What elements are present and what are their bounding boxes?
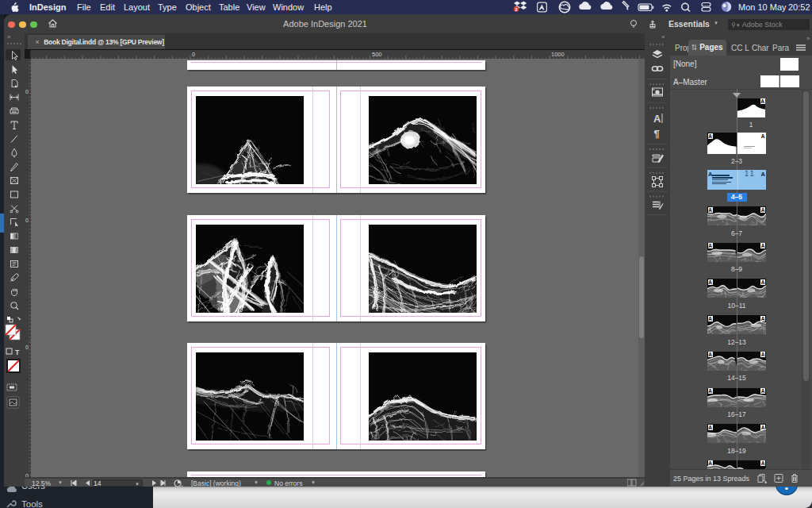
svg-text:2: 2 [515, 7, 517, 12]
svg-text:0: 0 [25, 217, 29, 223]
svg-text:T: T [15, 348, 20, 356]
svg-text:0: 0 [25, 89, 29, 94]
svg-text:0: 0 [25, 344, 29, 350]
svg-text:0: 0 [192, 51, 195, 58]
svg-text:500: 500 [372, 51, 382, 58]
svg-text:A: A [653, 113, 661, 125]
svg-text:0: 0 [25, 473, 29, 477]
svg-text:»: » [7, 33, 11, 40]
svg-text:«: « [661, 33, 665, 40]
svg-text:¶: ¶ [654, 128, 660, 140]
svg-text:1000: 1000 [551, 51, 565, 58]
